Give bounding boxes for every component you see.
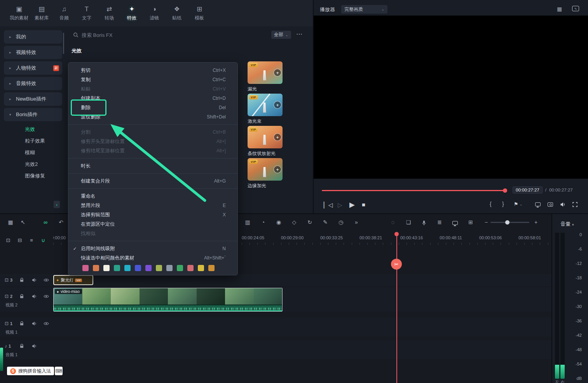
track-lane-1[interactable] bbox=[0, 318, 551, 336]
sidebar-scrollbar[interactable] bbox=[63, 33, 64, 54]
seek-bar[interactable] bbox=[322, 190, 505, 191]
mute-icon[interactable] bbox=[32, 294, 37, 299]
tab-stickers[interactable]: ❖贴纸 bbox=[166, 3, 188, 23]
color-swatch[interactable] bbox=[198, 265, 204, 271]
tab-transitions[interactable]: ⇄转场 bbox=[98, 3, 120, 23]
search-input[interactable]: 搜索 Boris FX bbox=[68, 30, 265, 40]
previous-frame-button[interactable]: ▏◁ bbox=[324, 202, 333, 209]
more-options-button[interactable]: ⋯ bbox=[296, 30, 302, 38]
color-swatch[interactable] bbox=[187, 265, 194, 271]
tab-templates[interactable]: ⊞模板 bbox=[188, 3, 211, 23]
undo-icon[interactable]: ↶ bbox=[57, 218, 65, 226]
mute-button[interactable] bbox=[560, 202, 566, 207]
sidebar-item-boris-plugin[interactable]: ▾Boris插件 bbox=[4, 108, 62, 121]
menu-item-cut[interactable]: 剪切Ctrl+X bbox=[68, 66, 237, 75]
tab-effects[interactable]: ✦特效 bbox=[120, 3, 143, 23]
menu-item-quick-select-same-color[interactable]: 快速选中相同颜色的素材Alt+Shift+` bbox=[68, 253, 237, 263]
visibility-icon[interactable] bbox=[44, 322, 49, 326]
scopes-icon[interactable]: ∿ bbox=[572, 6, 579, 11]
video-clip[interactable]: ▸video-miao bbox=[53, 288, 283, 312]
color-swatch[interactable] bbox=[166, 265, 173, 271]
visibility-icon[interactable] bbox=[44, 278, 49, 282]
mute-icon[interactable] bbox=[32, 278, 37, 282]
sidebar-collapse-button[interactable]: ‹ bbox=[54, 201, 60, 208]
tab-filters[interactable]: ◑滤镜 bbox=[143, 3, 166, 23]
insert-track-icon[interactable]: ⊟ bbox=[16, 236, 24, 244]
more-tools-icon[interactable]: » bbox=[352, 218, 361, 226]
sidebar-item-audio-effects[interactable]: ▸音频特效 bbox=[4, 77, 62, 90]
audio-mixer-icon[interactable]: ≣ bbox=[435, 218, 444, 226]
menu-item-create-compound-clip[interactable]: 创建复合片段Alt+G bbox=[68, 176, 237, 186]
speed-ramp-icon[interactable]: ◔ bbox=[259, 218, 267, 226]
menu-item-copy[interactable]: 复制Ctrl+C bbox=[68, 75, 237, 84]
color-swatch[interactable] bbox=[177, 265, 183, 271]
seek-handle[interactable] bbox=[503, 188, 507, 193]
render-preview-icon[interactable]: ◌ bbox=[389, 218, 397, 226]
menu-item-rename[interactable]: 重命名 bbox=[68, 192, 237, 201]
zoom-slider-handle[interactable] bbox=[505, 220, 509, 225]
color-swatch[interactable] bbox=[82, 265, 89, 271]
playhead-line[interactable] bbox=[396, 235, 397, 383]
menu-item-duration[interactable]: 时长 bbox=[68, 161, 237, 171]
crop-region-icon[interactable]: ⊡ bbox=[4, 236, 12, 244]
step-forward-button[interactable]: ▷ bbox=[338, 202, 342, 209]
sidebar-item-mine[interactable]: ▸我的 bbox=[4, 30, 62, 44]
fullscreen-button[interactable] bbox=[572, 202, 578, 207]
tab-stock-media[interactable]: ▤素材库 bbox=[30, 3, 53, 23]
mark-in-button[interactable]: { bbox=[490, 201, 492, 207]
color-swatch[interactable] bbox=[156, 265, 162, 271]
lock-icon[interactable] bbox=[19, 278, 24, 282]
menu-item-disable-clip[interactable]: 禁用片段E bbox=[68, 201, 237, 210]
audio-lane-1[interactable] bbox=[0, 340, 551, 359]
sidebar-item-newblue-plugin[interactable]: ▸NewBlue插件 bbox=[4, 92, 62, 106]
snap-magnet-icon[interactable]: ∪ bbox=[39, 236, 47, 244]
sidebar-subitem-image-restore[interactable]: 图像修复 bbox=[4, 170, 62, 182]
record-voiceover-icon[interactable] bbox=[420, 219, 428, 227]
add-effect-button[interactable]: + bbox=[274, 165, 281, 173]
play-button[interactable]: ▶ bbox=[349, 200, 355, 209]
menu-item-select-clip-range[interactable]: 选择剪辑范围X bbox=[68, 210, 237, 219]
lock-icon[interactable] bbox=[19, 321, 24, 326]
sidebar-subitem-light-fx2[interactable]: 光效2 bbox=[4, 158, 62, 170]
zoom-out-icon[interactable]: − bbox=[482, 218, 490, 226]
sidebar-item-character-effects[interactable]: ▸人物特效新 bbox=[4, 61, 62, 75]
select-tool-icon[interactable]: ↖ bbox=[19, 218, 27, 226]
mask-icon[interactable]: ❏ bbox=[404, 218, 413, 226]
tab-my-media[interactable]: ▣我的素材 bbox=[8, 3, 30, 23]
marker-button[interactable]: ⚑⌄ bbox=[514, 201, 522, 207]
screen-record-icon[interactable] bbox=[451, 219, 459, 227]
sidebar-subitem-particles[interactable]: 粒子效果 bbox=[4, 135, 62, 147]
sidebar-subitem-blur[interactable]: 模糊 bbox=[4, 147, 62, 158]
ime-keyboard-button[interactable]: ⌨ bbox=[55, 367, 63, 375]
mute-icon[interactable] bbox=[32, 321, 37, 326]
export-frame-icon[interactable]: ⊞ bbox=[466, 218, 475, 226]
mute-icon[interactable] bbox=[32, 344, 37, 348]
color-swatch[interactable] bbox=[208, 265, 215, 271]
sidebar-item-video-effects[interactable]: ▸视频特效 bbox=[4, 46, 62, 59]
color-swatch[interactable] bbox=[93, 265, 99, 271]
tab-text[interactable]: T文字 bbox=[75, 3, 98, 23]
add-effect-button[interactable]: + bbox=[274, 133, 281, 141]
color-swatch[interactable] bbox=[114, 265, 120, 271]
secondary-display-button[interactable] bbox=[535, 202, 541, 206]
keyframe-icon[interactable]: ◇ bbox=[290, 218, 298, 226]
lock-icon[interactable] bbox=[19, 294, 24, 299]
tab-audio[interactable]: ♫音频 bbox=[53, 3, 75, 23]
sidebar-subitem-light-fx[interactable]: 光效 bbox=[4, 124, 62, 135]
effect-clip-spotlight[interactable]: ✦ 聚光灯 VIP bbox=[53, 275, 93, 285]
volume-title[interactable]: 音量▴ bbox=[560, 221, 574, 228]
add-effect-button[interactable]: + bbox=[274, 101, 281, 109]
ime-pill[interactable]: S 搜狗拼音输入法 bbox=[7, 367, 54, 375]
compare-view-icon[interactable]: ▦ bbox=[557, 6, 562, 12]
reset-icon[interactable]: ↻ bbox=[305, 218, 314, 226]
motion-tracking-icon[interactable]: ✎ bbox=[321, 218, 330, 226]
visibility-icon[interactable] bbox=[44, 294, 49, 298]
effect-card-lightleak[interactable]: VIP + 漏光 bbox=[248, 61, 283, 92]
track-manager-icon[interactable]: ▦ bbox=[6, 218, 15, 226]
mark-out-button[interactable]: } bbox=[502, 201, 504, 207]
color-swatch[interactable] bbox=[124, 265, 131, 271]
color-swatch[interactable] bbox=[103, 265, 110, 271]
lock-icon[interactable] bbox=[19, 344, 24, 348]
add-effect-button[interactable]: + bbox=[274, 69, 281, 77]
zoom-in-icon[interactable]: + bbox=[532, 218, 540, 226]
